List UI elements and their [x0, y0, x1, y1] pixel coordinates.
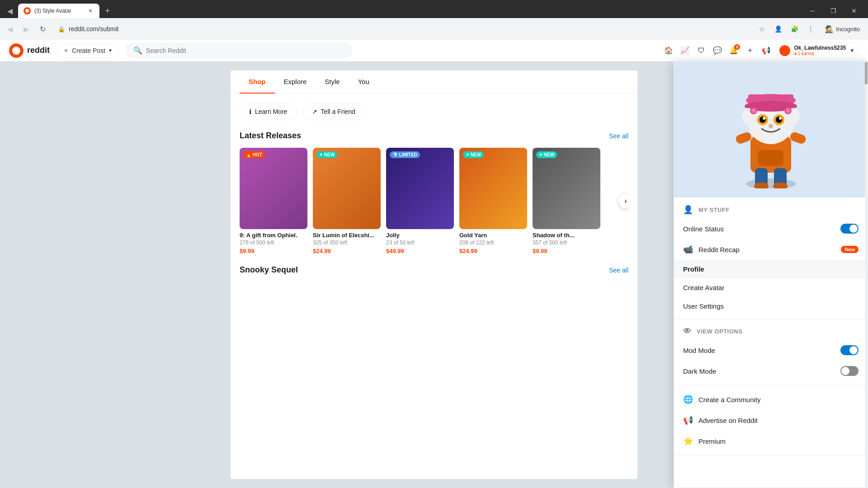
snoo-avatar	[726, 71, 816, 188]
url-display[interactable]: reddit.com/submit	[69, 25, 118, 33]
home-icon[interactable]: 🏠	[661, 43, 676, 58]
forward-button[interactable]: ▶	[20, 23, 33, 35]
svg-point-2	[746, 178, 796, 188]
incognito-icon: 🕵	[825, 25, 834, 33]
user-settings-item[interactable]: User Settings	[674, 297, 868, 315]
limited-badge: 💎 LIMITED	[390, 151, 420, 158]
snooky-see-all[interactable]: See all	[609, 267, 628, 274]
latest-releases-section: Latest Releases See all 🔥 HOT 9: A gift …	[240, 131, 628, 254]
dark-mode-label: Dark Mode	[683, 367, 716, 375]
refresh-button[interactable]: ↻	[36, 23, 49, 35]
search-input[interactable]	[146, 47, 344, 54]
user-menu-button[interactable]: Ok_Lawfulness5235 ● 1 karma ▼	[775, 42, 859, 58]
browser-chrome: ◀ (3) Style Avatar ✕ + ─ ❐ ✕ ◀ ▶ ↻ 🔒 red…	[0, 0, 868, 40]
svg-rect-10	[789, 131, 807, 145]
online-status-toggle[interactable]	[840, 224, 859, 234]
community-icon: 🌐	[683, 394, 693, 404]
dark-mode-toggle[interactable]	[840, 366, 859, 376]
share-icon: ↗	[312, 108, 317, 115]
new-tab-button[interactable]: +	[101, 5, 114, 17]
add-icon[interactable]: ＋	[743, 43, 757, 58]
learn-more-button[interactable]: ℹ Learn More	[240, 103, 297, 120]
recap-icon: 📹	[683, 244, 693, 254]
reddit-recap-item[interactable]: 📹 Reddit Recap New	[674, 239, 868, 260]
extensions-icon[interactable]: 🧩	[788, 23, 801, 35]
broadcast-icon[interactable]: 📢	[759, 43, 774, 58]
active-tab[interactable]: (3) Style Avatar ✕	[18, 4, 99, 18]
dark-mode-item[interactable]: Dark Mode	[674, 361, 868, 381]
advertise-item[interactable]: 📢 Advertise on Reddit	[674, 410, 868, 431]
back-button[interactable]: ◀	[4, 23, 16, 35]
item-card[interactable]: ✦ NEW Gold Yarn 208 of 222 left $24.99	[459, 148, 527, 254]
chat-icon[interactable]: 💬	[710, 43, 725, 58]
search-bar[interactable]: 🔍	[126, 43, 352, 58]
incognito-label: Incognito	[836, 26, 860, 33]
tab-favicon	[24, 7, 31, 14]
mod-mode-toggle[interactable]	[840, 345, 859, 355]
item-name: Gold Yarn	[459, 232, 527, 239]
maximize-button[interactable]: ❐	[823, 4, 844, 18]
reddit-logo[interactable]: reddit	[9, 43, 50, 58]
item-price: $24.99	[459, 248, 527, 254]
tab-shop[interactable]: Shop	[240, 70, 275, 94]
advertise-label: Advertise on Reddit	[698, 417, 758, 424]
item-price: $24.99	[313, 248, 381, 254]
hot-badge: 🔥 HOT	[243, 151, 265, 158]
tab-title: (3) Style Avatar	[34, 8, 83, 14]
new-badge: ✦ NEW	[463, 151, 484, 158]
bookmark-icon[interactable]: ☆	[755, 23, 768, 35]
profile-icon[interactable]: 👤	[772, 23, 784, 35]
close-button[interactable]: ✕	[844, 4, 864, 18]
online-status-item[interactable]: Online Status	[674, 218, 868, 239]
tell-friend-button[interactable]: ↗ Tell a Friend	[302, 103, 365, 120]
tab-you[interactable]: You	[349, 70, 378, 94]
item-card[interactable]: 🔥 HOT 9: A gift from Ophiel. 278 of 500 …	[240, 148, 307, 254]
avatar-panel: Shop Explore Style You ℹ Learn More ↗ Te…	[231, 70, 637, 479]
svg-rect-9	[735, 131, 753, 145]
shield-icon[interactable]: 🛡	[694, 43, 708, 58]
premium-left: ⭐ Premium	[683, 436, 726, 446]
minimize-button[interactable]: ─	[802, 4, 823, 18]
notification-bell[interactable]: 🔔 8	[726, 43, 741, 58]
reddit-recap-left: 📹 Reddit Recap	[683, 244, 740, 254]
online-status-label: Online Status	[683, 225, 724, 233]
create-community-item[interactable]: 🌐 Create a Community	[674, 389, 868, 410]
user-chevron-icon: ▼	[849, 47, 855, 54]
item-stock: 208 of 222 left	[459, 239, 527, 246]
see-all-button[interactable]: See all	[609, 132, 628, 140]
section-title: Latest Releases	[240, 131, 301, 141]
item-stock: 357 of 500 left	[533, 239, 600, 246]
chevron-down-icon: ▼	[108, 48, 113, 53]
svg-point-18	[779, 117, 782, 120]
svg-point-17	[763, 117, 765, 120]
toggle-knob	[841, 367, 849, 375]
item-price: $9.99	[240, 248, 307, 254]
new-badge: ✦ NEW	[536, 151, 557, 158]
item-name: 9: A gift from Ophiel.	[240, 232, 307, 239]
item-card[interactable]: 💎 LIMITED Jolly 23 of 50 left $49.99	[386, 148, 454, 254]
profile-item[interactable]: Profile	[674, 260, 868, 278]
tab-style[interactable]: Style	[316, 70, 349, 94]
user-karma: ● 1 karma	[794, 51, 846, 56]
create-post-button[interactable]: ＋ Create Post ▼	[57, 43, 118, 58]
tab-explore[interactable]: Explore	[275, 70, 316, 94]
item-price: $9.99	[533, 248, 600, 254]
premium-item[interactable]: ⭐ Premium	[674, 431, 868, 451]
create-avatar-item[interactable]: Create Avatar	[674, 278, 868, 297]
toggle-knob	[849, 225, 858, 233]
carousel-next-button[interactable]: ›	[618, 194, 628, 208]
mod-mode-item[interactable]: Mod Mode	[674, 340, 868, 361]
item-card[interactable]: ✦ NEW Shadow of th... 357 of 500 left $9…	[533, 148, 600, 254]
item-card[interactable]: ✦ NEW Sir Lumin of Elecshi... 325 of 350…	[313, 148, 381, 254]
view-icon: 👁	[683, 327, 691, 336]
view-options-header: 👁 View Options	[674, 323, 868, 340]
premium-label: Premium	[698, 437, 726, 445]
item-stock: 23 of 50 left	[386, 239, 454, 246]
more-icon[interactable]: ⋮	[804, 23, 817, 35]
popular-icon[interactable]: 📈	[678, 43, 692, 58]
notification-badge: 8	[734, 44, 740, 50]
nav-back: ◀	[4, 5, 16, 17]
my-stuff-header: 👤 My Stuff	[674, 201, 868, 218]
tab-close-button[interactable]: ✕	[87, 7, 94, 14]
section-header: Latest Releases See all	[240, 131, 628, 141]
